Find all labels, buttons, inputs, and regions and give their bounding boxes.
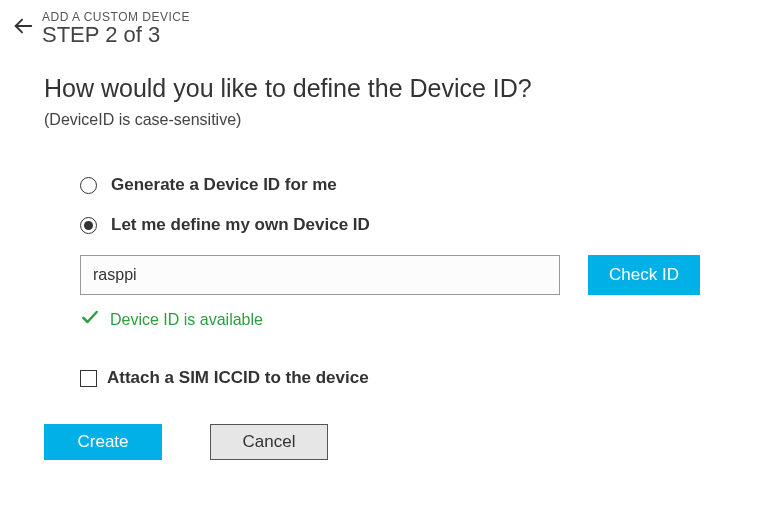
radio-icon xyxy=(80,177,97,194)
radio-generate-label: Generate a Device ID for me xyxy=(111,175,337,195)
radio-define-own-device-id[interactable]: Let me define my own Device ID xyxy=(80,215,700,235)
create-button[interactable]: Create xyxy=(44,424,162,460)
checkmark-icon xyxy=(80,307,100,332)
attach-sim-label: Attach a SIM ICCID to the device xyxy=(107,368,369,388)
form-panel: Generate a Device ID for me Let me defin… xyxy=(44,147,736,416)
checkbox-icon xyxy=(80,370,97,387)
radio-generate-device-id[interactable]: Generate a Device ID for me xyxy=(80,175,700,195)
back-arrow-icon[interactable] xyxy=(12,15,34,41)
device-id-input[interactable] xyxy=(80,255,560,295)
wizard-step: STEP 2 of 3 xyxy=(42,22,190,48)
availability-message: Device ID is available xyxy=(110,311,263,329)
radio-icon-selected xyxy=(80,217,97,234)
cancel-button[interactable]: Cancel xyxy=(210,424,328,460)
footer-buttons: Create Cancel xyxy=(0,416,780,460)
attach-sim-checkbox[interactable]: Attach a SIM ICCID to the device xyxy=(80,368,700,388)
check-id-button[interactable]: Check ID xyxy=(588,255,700,295)
wizard-header: ADD A CUSTOM DEVICE STEP 2 of 3 xyxy=(0,0,780,56)
case-sensitive-note: (DeviceID is case-sensitive) xyxy=(44,111,736,129)
radio-define-label: Let me define my own Device ID xyxy=(111,215,370,235)
availability-status: Device ID is available xyxy=(80,307,700,332)
page-title: How would you like to define the Device … xyxy=(44,74,736,103)
